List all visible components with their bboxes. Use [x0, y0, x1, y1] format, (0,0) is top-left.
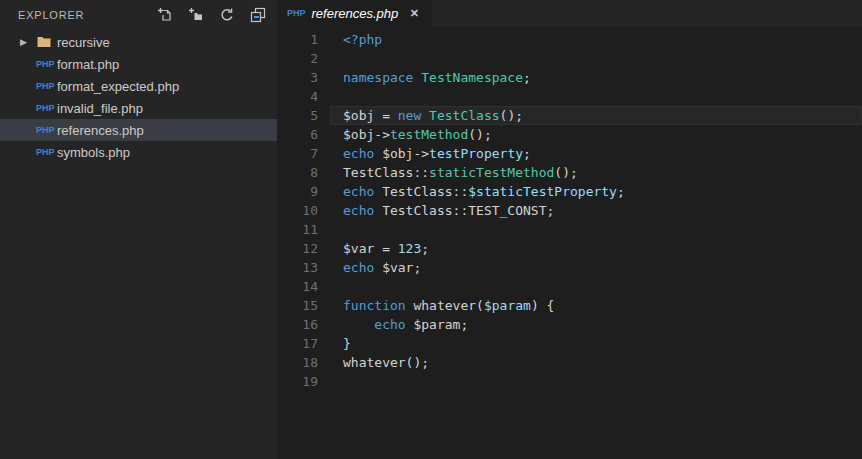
gutter-space — [318, 372, 330, 391]
code-token: TestClass::TEST_CONST; — [374, 203, 554, 218]
code-token: ) { — [531, 298, 554, 313]
code-token: echo — [343, 260, 374, 275]
tree-item-file[interactable]: PHP invalid_file.php — [0, 97, 277, 119]
code-area: 1 <?php 2 3 namespace TestNamespace; 4 5… — [277, 30, 862, 391]
line-number: 14 — [277, 277, 318, 296]
line-number: 5 — [277, 106, 318, 125]
code-token: echo — [374, 317, 405, 332]
code-content: function whatever($param) { — [330, 296, 862, 315]
code-line[interactable]: 5 $obj = new TestClass(); — [277, 106, 862, 125]
line-number: 9 — [277, 182, 318, 201]
chevron-right-icon: ▶ — [20, 37, 36, 47]
gutter-space — [318, 315, 330, 334]
code-content: echo TestClass::TEST_CONST; — [330, 201, 862, 220]
refresh-button[interactable] — [216, 4, 238, 26]
gutter-space — [318, 163, 330, 182]
code-token: ; — [421, 241, 429, 256]
line-number: 18 — [277, 353, 318, 372]
gutter-space — [318, 353, 330, 372]
gutter-space — [318, 144, 330, 163]
file-tree: ▶ recursive PHP format.php PHP format_ex… — [0, 30, 277, 459]
gutter-space — [318, 201, 330, 220]
gutter-space — [318, 68, 330, 87]
tree-item-file[interactable]: PHP symbols.php — [0, 141, 277, 163]
gutter-space — [318, 220, 330, 239]
code-line[interactable]: 18 whatever(); — [277, 353, 862, 372]
gutter-space — [318, 87, 330, 106]
tree-item-folder[interactable]: ▶ recursive — [0, 31, 277, 53]
code-line[interactable]: 1 <?php — [277, 30, 862, 49]
php-file-icon: PHP — [36, 147, 57, 157]
new-folder-icon — [188, 7, 204, 23]
explorer-header: EXPLORER — [0, 0, 277, 30]
code-content: namespace TestNamespace; — [330, 68, 862, 87]
code-token: ; — [617, 184, 625, 199]
line-number: 1 — [277, 30, 318, 49]
code-token: $obj-> — [374, 146, 429, 161]
line-number: 10 — [277, 201, 318, 220]
php-file-icon: PHP — [36, 81, 57, 91]
code-line[interactable]: 15 function whatever($param) { — [277, 296, 862, 315]
code-token: $obj = — [343, 108, 398, 123]
new-file-button[interactable] — [154, 4, 176, 26]
code-line[interactable]: 11 — [277, 220, 862, 239]
code-content: echo $param; — [330, 315, 862, 334]
gutter-space — [318, 334, 330, 353]
code-token: TestClass:: — [374, 184, 468, 199]
line-number: 16 — [277, 315, 318, 334]
code-token: testMethod — [390, 127, 468, 142]
tree-item-file[interactable]: PHP references.php — [0, 119, 277, 141]
code-editor[interactable]: 1 <?php 2 3 namespace TestNamespace; 4 5… — [277, 26, 862, 459]
file-name: references.php — [57, 123, 144, 138]
code-line[interactable]: 14 — [277, 277, 862, 296]
code-content: <?php — [330, 30, 862, 49]
code-content: echo $obj->testProperty; — [330, 144, 862, 163]
code-line[interactable]: 3 namespace TestNamespace; — [277, 68, 862, 87]
collapse-all-button[interactable] — [247, 4, 269, 26]
code-token: function — [343, 298, 406, 313]
refresh-icon — [219, 7, 235, 23]
code-token: } — [343, 336, 351, 351]
code-token: testProperty — [429, 146, 523, 161]
gutter-space — [318, 258, 330, 277]
code-line[interactable]: 16 echo $param; — [277, 315, 862, 334]
gutter-space — [318, 106, 330, 125]
new-folder-button[interactable] — [185, 4, 207, 26]
code-content — [330, 87, 862, 106]
code-line[interactable]: 12 $var = 123; — [277, 239, 862, 258]
file-name: format_expected.php — [57, 79, 179, 94]
tab-close-icon[interactable]: ✕ — [406, 5, 422, 21]
line-number: 6 — [277, 125, 318, 144]
gutter-space — [318, 49, 330, 68]
gutter-space — [318, 30, 330, 49]
code-content: $obj = new TestClass(); — [330, 106, 862, 125]
code-content — [330, 220, 862, 239]
code-token: $var; — [374, 260, 421, 275]
tree-item-file[interactable]: PHP format.php — [0, 53, 277, 75]
code-token: namespace — [343, 70, 413, 85]
code-line[interactable]: 13 echo $var; — [277, 258, 862, 277]
code-line[interactable]: 6 $obj->testMethod(); — [277, 125, 862, 144]
tree-item-file[interactable]: PHP format_expected.php — [0, 75, 277, 97]
code-line[interactable]: 10 echo TestClass::TEST_CONST; — [277, 201, 862, 220]
code-line[interactable]: 2 — [277, 49, 862, 68]
code-line[interactable]: 19 — [277, 372, 862, 391]
code-token: (); — [468, 127, 491, 142]
line-number: 15 — [277, 296, 318, 315]
code-token: ; — [523, 146, 531, 161]
line-number: 12 — [277, 239, 318, 258]
code-line[interactable]: 9 echo TestClass::$staticTestProperty; — [277, 182, 862, 201]
tab-bar: PHP references.php ✕ — [277, 0, 862, 26]
code-line[interactable]: 7 echo $obj->testProperty; — [277, 144, 862, 163]
code-line[interactable]: 17 } — [277, 334, 862, 353]
code-token: 123 — [398, 241, 421, 256]
explorer-title: EXPLORER — [18, 9, 154, 21]
code-token: staticTestMethod — [429, 165, 554, 180]
code-line[interactable]: 4 — [277, 87, 862, 106]
code-content: $obj->testMethod(); — [330, 125, 862, 144]
tab-references-php[interactable]: PHP references.php ✕ — [277, 0, 432, 26]
code-token: (); — [554, 165, 577, 180]
code-content — [330, 372, 862, 391]
code-content: $var = 123; — [330, 239, 862, 258]
code-line[interactable]: 8 TestClass::staticTestMethod(); — [277, 163, 862, 182]
